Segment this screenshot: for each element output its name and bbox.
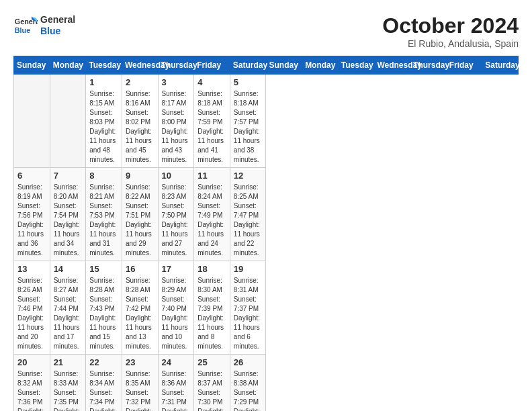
calendar-cell: 22Sunrise: 8:34 AMSunset: 7:34 PMDayligh…	[86, 355, 122, 412]
cell-info: Sunrise: 8:26 AMSunset: 7:46 PMDaylight:…	[17, 276, 46, 351]
day-number: 22	[89, 357, 118, 367]
calendar-cell: 2Sunrise: 8:16 AMSunset: 8:02 PMDaylight…	[122, 75, 158, 168]
cell-info: Sunrise: 8:21 AMSunset: 7:53 PMDaylight:…	[89, 183, 118, 258]
week-row-3: 13Sunrise: 8:26 AMSunset: 7:46 PMDayligh…	[14, 261, 519, 355]
week-row-2: 6Sunrise: 8:19 AMSunset: 7:56 PMDaylight…	[14, 168, 519, 261]
calendar-cell: 14Sunrise: 8:27 AMSunset: 7:44 PMDayligh…	[50, 261, 86, 355]
calendar-cell: 16Sunrise: 8:28 AMSunset: 7:42 PMDayligh…	[122, 261, 158, 355]
col-header-wednesday: Wednesday	[122, 56, 158, 75]
cell-info: Sunrise: 8:35 AMSunset: 7:32 PMDaylight:…	[126, 369, 154, 411]
day-number: 17	[162, 264, 191, 274]
day-number: 13	[17, 264, 46, 274]
day-number: 25	[197, 357, 226, 367]
calendar-cell	[14, 75, 50, 168]
cell-info: Sunrise: 8:20 AMSunset: 7:54 PMDaylight:…	[54, 183, 83, 258]
cell-info: Sunrise: 8:22 AMSunset: 7:51 PMDaylight:…	[126, 183, 154, 258]
day-number: 10	[162, 171, 191, 181]
svg-text:Blue: Blue	[15, 26, 30, 34]
day-number: 19	[234, 264, 263, 274]
calendar-cell: 8Sunrise: 8:21 AMSunset: 7:53 PMDaylight…	[86, 168, 122, 261]
cell-info: Sunrise: 8:29 AMSunset: 7:40 PMDaylight:…	[162, 276, 191, 351]
calendar-cell: 3Sunrise: 8:17 AMSunset: 8:00 PMDaylight…	[158, 75, 194, 168]
cell-info: Sunrise: 8:24 AMSunset: 7:49 PMDaylight:…	[197, 183, 226, 258]
calendar-cell: 1Sunrise: 8:15 AMSunset: 8:03 PMDaylight…	[86, 75, 122, 168]
calendar-cell	[50, 75, 86, 168]
col-header-thursday: Thursday	[158, 56, 194, 75]
col-header-monday: Monday	[50, 56, 86, 75]
cell-info: Sunrise: 8:23 AMSunset: 7:50 PMDaylight:…	[162, 183, 191, 258]
calendar-table: SundayMondayTuesdayWednesdayThursdayFrid…	[13, 56, 519, 411]
calendar-cell: 11Sunrise: 8:24 AMSunset: 7:49 PMDayligh…	[194, 168, 230, 261]
day-number: 3	[162, 77, 191, 87]
col-header-saturday: Saturday	[230, 56, 266, 75]
logo-icon: General Blue	[13, 13, 38, 38]
col-header-friday: Friday	[194, 56, 230, 75]
day-number: 8	[89, 171, 118, 181]
calendar-cell: 24Sunrise: 8:36 AMSunset: 7:31 PMDayligh…	[158, 355, 194, 412]
day-number: 20	[17, 357, 46, 367]
col-header-sunday: Sunday	[266, 56, 302, 75]
calendar-cell: 20Sunrise: 8:32 AMSunset: 7:36 PMDayligh…	[14, 355, 50, 412]
day-number: 7	[54, 171, 83, 181]
calendar-cell: 9Sunrise: 8:22 AMSunset: 7:51 PMDaylight…	[122, 168, 158, 261]
calendar-cell: 12Sunrise: 8:25 AMSunset: 7:47 PMDayligh…	[230, 168, 266, 261]
calendar-cell: 26Sunrise: 8:38 AMSunset: 7:29 PMDayligh…	[230, 355, 266, 412]
col-header-tuesday: Tuesday	[338, 56, 374, 75]
calendar-cell: 17Sunrise: 8:29 AMSunset: 7:40 PMDayligh…	[158, 261, 194, 355]
day-number: 12	[234, 171, 263, 181]
day-number: 5	[234, 77, 263, 87]
day-number: 4	[197, 77, 226, 87]
cell-info: Sunrise: 8:36 AMSunset: 7:31 PMDaylight:…	[162, 369, 191, 411]
cell-info: Sunrise: 8:28 AMSunset: 7:43 PMDaylight:…	[89, 276, 118, 351]
col-header-sunday: Sunday	[14, 56, 50, 75]
cell-info: Sunrise: 8:30 AMSunset: 7:39 PMDaylight:…	[197, 276, 226, 351]
calendar-cell: 25Sunrise: 8:37 AMSunset: 7:30 PMDayligh…	[194, 355, 230, 412]
cell-info: Sunrise: 8:19 AMSunset: 7:56 PMDaylight:…	[17, 183, 46, 258]
day-number: 15	[89, 264, 118, 274]
cell-info: Sunrise: 8:16 AMSunset: 8:02 PMDaylight:…	[126, 89, 154, 165]
title-block: October 2024 El Rubio, Andalusia, Spain	[382, 13, 519, 49]
col-header-monday: Monday	[302, 56, 339, 75]
col-header-tuesday: Tuesday	[86, 56, 122, 75]
day-number: 26	[234, 357, 263, 367]
cell-info: Sunrise: 8:18 AMSunset: 7:59 PMDaylight:…	[197, 89, 226, 165]
calendar-cell: 15Sunrise: 8:28 AMSunset: 7:43 PMDayligh…	[86, 261, 122, 355]
day-number: 6	[17, 171, 46, 181]
calendar-cell: 21Sunrise: 8:33 AMSunset: 7:35 PMDayligh…	[50, 355, 86, 412]
month-title: October 2024	[382, 13, 519, 38]
cell-info: Sunrise: 8:27 AMSunset: 7:44 PMDaylight:…	[54, 276, 83, 351]
cell-info: Sunrise: 8:15 AMSunset: 8:03 PMDaylight:…	[89, 89, 118, 165]
cell-info: Sunrise: 8:37 AMSunset: 7:30 PMDaylight:…	[197, 369, 226, 411]
day-number: 1	[89, 77, 118, 87]
calendar-header-row: SundayMondayTuesdayWednesdayThursdayFrid…	[14, 56, 519, 75]
col-header-wednesday: Wednesday	[374, 56, 410, 75]
col-header-saturday: Saturday	[482, 56, 519, 75]
col-header-thursday: Thursday	[410, 56, 447, 75]
location: El Rubio, Andalusia, Spain	[382, 38, 519, 49]
day-number: 11	[197, 171, 226, 181]
cell-info: Sunrise: 8:38 AMSunset: 7:29 PMDaylight:…	[234, 369, 263, 411]
logo: General Blue General Blue	[13, 13, 75, 38]
cell-info: Sunrise: 8:17 AMSunset: 8:00 PMDaylight:…	[162, 89, 191, 165]
day-number: 21	[54, 357, 83, 367]
cell-info: Sunrise: 8:18 AMSunset: 7:57 PMDaylight:…	[234, 89, 263, 165]
col-header-friday: Friday	[446, 56, 482, 75]
logo-text: General Blue	[40, 14, 75, 37]
day-number: 18	[197, 264, 226, 274]
day-number: 2	[126, 77, 154, 87]
cell-info: Sunrise: 8:28 AMSunset: 7:42 PMDaylight:…	[126, 276, 154, 351]
day-number: 14	[54, 264, 83, 274]
page-header: General Blue General Blue October 2024 E…	[13, 13, 519, 49]
calendar-cell: 6Sunrise: 8:19 AMSunset: 7:56 PMDaylight…	[14, 168, 50, 261]
week-row-1: 1Sunrise: 8:15 AMSunset: 8:03 PMDaylight…	[14, 75, 519, 168]
day-number: 9	[126, 171, 154, 181]
calendar-cell: 5Sunrise: 8:18 AMSunset: 7:57 PMDaylight…	[230, 75, 266, 168]
calendar-cell: 10Sunrise: 8:23 AMSunset: 7:50 PMDayligh…	[158, 168, 194, 261]
cell-info: Sunrise: 8:25 AMSunset: 7:47 PMDaylight:…	[234, 183, 263, 258]
cell-info: Sunrise: 8:32 AMSunset: 7:36 PMDaylight:…	[17, 369, 46, 411]
cell-info: Sunrise: 8:33 AMSunset: 7:35 PMDaylight:…	[54, 369, 83, 411]
calendar-cell: 23Sunrise: 8:35 AMSunset: 7:32 PMDayligh…	[122, 355, 158, 412]
calendar-cell: 4Sunrise: 8:18 AMSunset: 7:59 PMDaylight…	[194, 75, 230, 168]
day-number: 23	[126, 357, 154, 367]
calendar-cell: 13Sunrise: 8:26 AMSunset: 7:46 PMDayligh…	[14, 261, 50, 355]
